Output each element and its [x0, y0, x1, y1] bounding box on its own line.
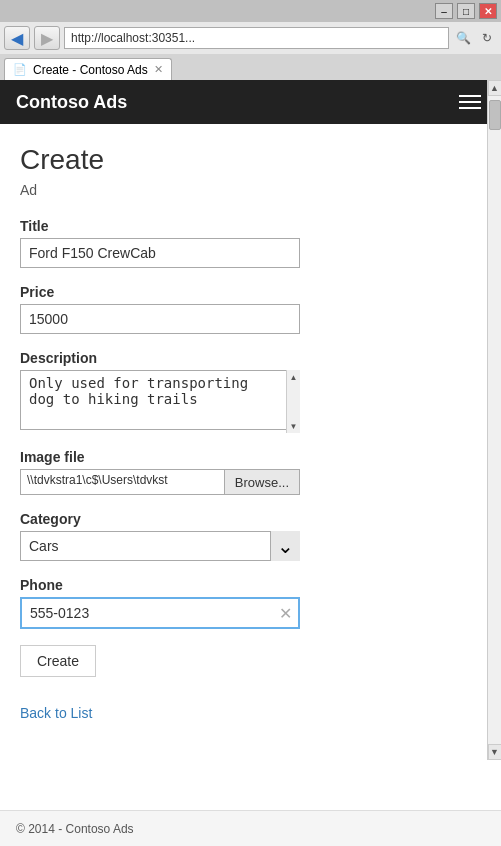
category-select[interactable]: Cars RealEstate FreeStuff [20, 531, 300, 561]
page-subtitle: Ad [20, 182, 481, 198]
category-group: Category Cars RealEstate FreeStuff ⌄ [20, 511, 481, 561]
image-label: Image file [20, 449, 481, 465]
hamburger-menu[interactable] [455, 91, 485, 113]
description-input[interactable]: Only used for transporting dog to hiking… [20, 370, 286, 430]
scroll-up-icon[interactable]: ▲ [287, 370, 301, 384]
scroll-thumb[interactable] [489, 100, 501, 130]
phone-input[interactable] [20, 597, 300, 629]
price-label: Price [20, 284, 481, 300]
create-button[interactable]: Create [20, 645, 96, 677]
title-input[interactable] [20, 238, 300, 268]
browse-button[interactable]: Browse... [225, 469, 300, 495]
tab-icon: 📄 [13, 63, 27, 76]
tab-bar: 📄 Create - Contoso Ads ✕ [0, 54, 501, 80]
title-group: Title [20, 218, 481, 268]
category-label: Category [20, 511, 481, 527]
refresh-icon[interactable]: ↻ [477, 28, 497, 48]
page-title: Create [20, 144, 481, 176]
description-wrapper: Only used for transporting dog to hiking… [20, 370, 300, 433]
tab-close-button[interactable]: ✕ [154, 63, 163, 76]
url-display: http://localhost:30351... [71, 31, 195, 45]
address-input[interactable]: http://localhost:30351... [64, 27, 449, 49]
phone-clear-button[interactable]: ✕ [279, 604, 292, 623]
title-bar: – □ ✕ [0, 0, 501, 22]
footer-text: © 2014 - Contoso Ads [16, 822, 134, 836]
tab-label: Create - Contoso Ads [33, 63, 148, 77]
app-navbar: Contoso Ads [0, 80, 501, 124]
price-group: Price [20, 284, 481, 334]
scroll-down-arrow[interactable]: ▼ [488, 744, 502, 760]
maximize-button[interactable]: □ [457, 3, 475, 19]
submit-group: Create [20, 645, 481, 689]
window-chrome: – □ ✕ ◀ ▶ http://localhost:30351... 🔍 ↻ … [0, 0, 501, 80]
phone-label: Phone [20, 577, 481, 593]
back-button[interactable]: ◀ [4, 26, 30, 50]
close-button[interactable]: ✕ [479, 3, 497, 19]
footer: © 2014 - Contoso Ads [0, 810, 501, 846]
search-icon[interactable]: 🔍 [453, 28, 473, 48]
minimize-button[interactable]: – [435, 3, 453, 19]
back-to-list-link[interactable]: Back to List [20, 705, 92, 721]
scroll-up-arrow[interactable]: ▲ [488, 80, 502, 96]
forward-button[interactable]: ▶ [34, 26, 60, 50]
description-label: Description [20, 350, 481, 366]
description-group: Description Only used for transporting d… [20, 350, 481, 433]
category-wrapper: Cars RealEstate FreeStuff ⌄ [20, 531, 300, 561]
file-input-wrapper: \\tdvkstra1\c$\Users\tdvkst Browse... [20, 469, 300, 495]
app-brand: Contoso Ads [16, 92, 127, 113]
price-input[interactable] [20, 304, 300, 334]
phone-group: Phone ✕ [20, 577, 481, 629]
file-path-display: \\tdvkstra1\c$\Users\tdvkst [20, 469, 225, 495]
address-bar: ◀ ▶ http://localhost:30351... 🔍 ↻ [0, 22, 501, 54]
phone-wrapper: ✕ [20, 597, 300, 629]
page-content: Create Ad Title Price Description Only u… [0, 124, 501, 810]
description-scrollbar: ▲ ▼ [286, 370, 300, 433]
title-label: Title [20, 218, 481, 234]
active-tab[interactable]: 📄 Create - Contoso Ads ✕ [4, 58, 172, 80]
page-scrollbar[interactable]: ▲ ▼ [487, 80, 501, 760]
image-group: Image file \\tdvkstra1\c$\Users\tdvkst B… [20, 449, 481, 495]
scroll-down-icon[interactable]: ▼ [287, 419, 301, 433]
